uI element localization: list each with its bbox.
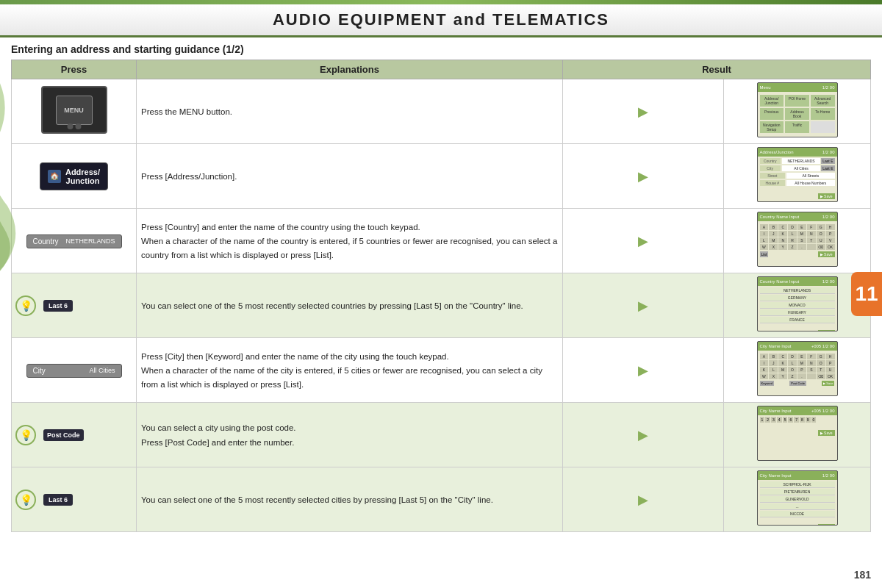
arrow-address: ▶ (563, 144, 724, 209)
table-row: 🏠 Address/Junction Press [Address/Juncti… (12, 144, 871, 209)
key: O (817, 360, 825, 366)
rs-list-item: MONACO (760, 302, 835, 309)
explain-cell-address: Press [Address/Junction]. (137, 144, 563, 209)
result-cell-menu: Menu 1/2 00 Address/Junction POI Home Ad… (724, 79, 871, 144)
key: OK (826, 244, 835, 250)
page-number: 181 (854, 569, 871, 581)
key: W (760, 244, 769, 250)
rs-title-last6: Country Name Input (760, 279, 800, 284)
key: J (769, 231, 778, 237)
page-title: AUDIO EQUIPMENT and TELEMATICS (273, 10, 609, 29)
table-row-hint: 💡 Last 6 You can select one of the 5 mos… (12, 273, 871, 338)
address-junction-button: 🏠 Address/Junction (40, 162, 108, 190)
result-screen-last6-city: City Name Input 1/2 00 SCHIPHOL-RIJK PIE… (757, 470, 838, 526)
last6-button: Last 6 (43, 300, 73, 312)
city-button: City All Cities (26, 364, 122, 378)
rs-list-item-city: ... (760, 503, 835, 510)
col-header-result: Result (563, 60, 871, 79)
key: K (778, 360, 787, 366)
postcode-button: Post Code (43, 429, 84, 441)
rs-header-postcode: City Name Input +005 1/2 00 (758, 406, 837, 415)
key: L (760, 237, 769, 243)
key: H (826, 224, 835, 230)
result-cell-city: City Name Input +005 1/2 00 ABCDEFGH IJK… (724, 338, 871, 403)
key: P (797, 367, 806, 373)
rs-header-city: City Name Input +005 1/2 00 (758, 342, 837, 351)
result-cell-last6: Country Name Input 1/2 00 NETHERLANDS GE… (724, 273, 871, 338)
explain-text-last6-city: You can select one of the 5 most recentl… (141, 495, 493, 504)
rs-list-item: GERMANY (760, 295, 835, 301)
keyboard-grid-city: ABCDEFGH IJKLMNOP KLMOPSTU WXYZ. ⌫OK (760, 354, 835, 379)
rs-header-2: Address/Junction 1/2 00 (758, 148, 837, 157)
key: N (807, 360, 816, 366)
hint-container-2: 💡 Post Code (15, 423, 132, 447)
table-row: MENU Press the MENU button. ▶ Menu (12, 79, 871, 144)
key: I (760, 360, 769, 366)
rs-title: Menu (760, 85, 771, 90)
key: OK (826, 373, 835, 379)
table-row-hint: 💡 Last 6 You can select one of the 5 mos… (12, 467, 871, 532)
rs-list-item-city: SCHIPHOL-RIJK (760, 481, 835, 488)
rs-list-item: HUNGARY (760, 309, 835, 316)
explain-cell-menu: Press the MENU button. (137, 79, 563, 144)
key: Y (778, 373, 787, 379)
page-header: AUDIO EQUIPMENT and TELEMATICS (0, 4, 882, 37)
key: M (778, 367, 787, 373)
key: E (797, 354, 806, 359)
key: N (778, 237, 787, 243)
key: J (769, 360, 778, 366)
arrow-postcode: ▶ (563, 403, 724, 467)
key: C (778, 224, 787, 230)
key: ⌫ (817, 373, 825, 379)
explain-text-last6: You can select one of the 5 most recentl… (141, 301, 523, 310)
explain-text-address: Press [Address/Junction]. (141, 172, 237, 181)
last6-city-button: Last 6 (43, 494, 73, 506)
rs-title-country: Country Name Input (760, 215, 800, 219)
table-row: City All Cities Press [City] then [Keywo… (12, 338, 871, 403)
rs-label-house: House # (760, 180, 786, 186)
rs-list-item-city: PIETENBUREN (760, 489, 835, 495)
rs-time-city: +005 1/2 00 (811, 344, 835, 348)
bulb-icon-1: 💡 (15, 295, 36, 316)
key: . (797, 373, 806, 379)
key: L (788, 360, 797, 366)
key: W (760, 373, 769, 379)
explain-cell-last6-city: You can select one of the 5 most recentl… (137, 467, 563, 532)
rs-list-item: FRANCE (760, 317, 835, 323)
key: H (826, 354, 835, 359)
rs-label: Country (760, 158, 781, 164)
rs-body-postcode: 1 2 3 4 5 6 7 8 9 0 (758, 415, 837, 460)
rs-value-house: All House Numbers (786, 180, 834, 186)
instruction-table: Press Explanations Result MENU (11, 60, 871, 532)
chapter-number: 11 (851, 272, 882, 316)
rs-value: NETHERLANDS (782, 158, 821, 164)
key: L (788, 231, 797, 237)
explain-cell-postcode: You can select a city using the post cod… (137, 403, 563, 467)
col-header-explain: Explanations (137, 60, 563, 79)
key: F (807, 354, 816, 359)
key: S (807, 367, 816, 373)
rs-time-country: 1/2 00 (822, 215, 835, 219)
key: . (797, 244, 806, 250)
arrow-city: ▶ (563, 338, 724, 403)
key: G (817, 354, 825, 359)
rs-time: 1/2 00 (822, 85, 835, 90)
city-value: All Cities (89, 367, 115, 374)
menu-button-image: MENU (56, 96, 93, 125)
country-button: Country NETHERLANDS (26, 234, 122, 248)
key (807, 373, 816, 379)
rs-header-last6-city: City Name Input 1/2 00 (758, 471, 837, 480)
key (807, 244, 816, 250)
key: Z (788, 244, 797, 250)
city-label: City (33, 367, 46, 375)
rs-body-last6: NETHERLANDS GERMANY MONACO HUNGARY FRANC… (758, 286, 837, 331)
rs-title-postcode: City Name Input (760, 409, 792, 413)
key: O (788, 367, 797, 373)
press-cell-city: City All Cities (12, 338, 137, 403)
key: Y (778, 244, 787, 250)
rs-time-postcode: +005 1/2 00 (811, 409, 835, 413)
key: A (760, 354, 769, 359)
key: Z (788, 373, 797, 379)
rs-title-last6-city: City Name Input (760, 473, 792, 478)
rs-row-house: House # All House Numbers (760, 180, 835, 186)
